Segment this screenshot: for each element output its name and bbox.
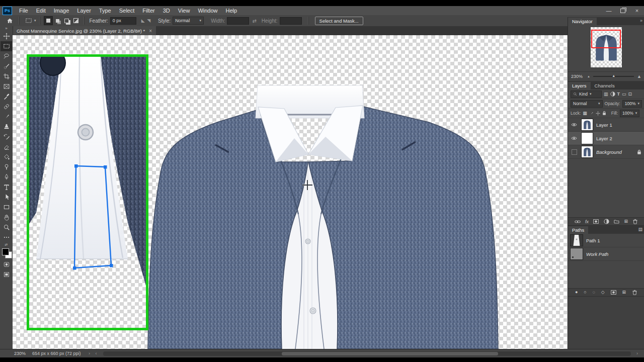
menu-help[interactable]: Help	[222, 6, 242, 15]
visibility-toggle[interactable]	[570, 121, 578, 129]
navigator-zoom-value[interactable]: 230%	[571, 74, 584, 79]
scroll-right-arrow[interactable]: ›	[636, 351, 638, 356]
intersect-selection-mode[interactable]	[72, 17, 80, 25]
menu-image[interactable]: Image	[50, 6, 73, 15]
tool-rectangular-marquee[interactable]	[1, 41, 12, 51]
menu-edit[interactable]: Edit	[32, 6, 50, 15]
lock-position-icon[interactable]	[596, 111, 600, 116]
screen-mode-button[interactable]	[1, 269, 12, 280]
menu-view[interactable]: View	[174, 6, 194, 15]
swap-colors-icon[interactable]: ⇄	[5, 242, 8, 247]
swap-dimensions-button[interactable]: ⇄	[252, 18, 256, 24]
filter-smart-objects-icon[interactable]: ⊡	[628, 92, 632, 97]
feather-input[interactable]: 0 px	[110, 17, 136, 25]
navigator-view-box[interactable]	[591, 30, 621, 48]
layer-row-background[interactable]: Background	[568, 145, 644, 159]
marquee-tool-preset[interactable]	[23, 16, 34, 26]
filter-adjustment-layers-icon[interactable]	[610, 92, 615, 97]
tool-pen[interactable]	[1, 172, 12, 182]
path-thumbnail[interactable]	[570, 234, 583, 246]
restore-button[interactable]	[616, 6, 630, 15]
lock-all-icon[interactable]	[602, 111, 606, 116]
add-layer-mask-icon[interactable]	[593, 219, 599, 224]
width-input[interactable]	[227, 17, 249, 25]
new-layer-icon[interactable]: ⊞	[624, 219, 628, 224]
collapse-panels-icon[interactable]: »	[640, 18, 642, 23]
path-row-work-path[interactable]: Work Path	[568, 247, 644, 261]
select-and-mask-button[interactable]: Select and Mask...	[315, 17, 363, 25]
navigator-zoom-slider[interactable]: ▲	[593, 76, 634, 77]
minimize-button[interactable]: —	[602, 6, 616, 15]
tool-hand[interactable]	[1, 212, 12, 222]
layer-name[interactable]: Layer 2	[596, 136, 642, 141]
path-row-1[interactable]: Path 1	[568, 234, 644, 247]
tool-crop[interactable]	[1, 71, 12, 81]
zoom-in-mountains-icon[interactable]: ▲	[637, 74, 641, 79]
path-name[interactable]: Path 1	[586, 238, 642, 243]
link-layers-icon[interactable]	[575, 220, 581, 224]
tool-move[interactable]	[1, 31, 12, 41]
opacity-select[interactable]: 100% ▾	[622, 100, 642, 108]
lock-pixels-icon[interactable]	[589, 111, 594, 116]
layer-thumbnail[interactable]	[581, 146, 593, 158]
layer-row-2[interactable]: Layer 2	[568, 132, 644, 145]
style-select[interactable]: Normal▾	[173, 17, 204, 25]
subtract-selection-mode[interactable]	[63, 17, 71, 25]
layer-row-1[interactable]: Layer 1	[568, 118, 644, 132]
quick-mask-button[interactable]	[1, 259, 12, 269]
close-tab-icon[interactable]: ×	[149, 28, 152, 34]
layer-thumbnail[interactable]	[581, 132, 593, 144]
new-group-icon[interactable]	[614, 219, 619, 224]
tool-frame[interactable]	[1, 81, 12, 92]
make-work-path-icon[interactable]: ◇	[601, 290, 605, 295]
tool-eraser[interactable]	[1, 142, 12, 152]
foreground-color-swatch[interactable]	[2, 248, 9, 255]
filter-shape-layers-icon[interactable]: ▭	[622, 92, 626, 97]
tool-paint-bucket[interactable]	[1, 152, 12, 162]
new-adjustment-layer-icon[interactable]	[604, 219, 609, 224]
delete-layer-icon[interactable]	[632, 219, 638, 224]
filter-type-layers-icon[interactable]: T	[617, 92, 620, 97]
menu-file[interactable]: File	[15, 6, 32, 15]
scrollbar-thumb[interactable]	[282, 352, 498, 355]
toolbar-collapse-icon[interactable]: »	[5, 26, 7, 31]
photoshop-logo[interactable]: Ps	[3, 7, 12, 15]
lock-transparency-icon[interactable]: ▦	[583, 111, 587, 116]
layer-thumbnail[interactable]	[581, 119, 593, 131]
path-name[interactable]: Work Path	[586, 251, 642, 257]
fill-path-icon[interactable]: ●	[575, 290, 578, 295]
tool-zoom[interactable]	[1, 222, 12, 232]
document-canvas[interactable]	[13, 35, 568, 349]
fill-select[interactable]: 100% ▾	[620, 110, 639, 117]
blend-mode-select[interactable]: Normal ▾	[571, 100, 603, 108]
horizontal-scrollbar[interactable]	[103, 351, 631, 356]
tool-quick-selection[interactable]	[1, 61, 12, 71]
home-button[interactable]	[4, 16, 16, 26]
edit-toolbar-button[interactable]	[1, 232, 12, 242]
tool-history-brush[interactable]	[1, 132, 12, 142]
status-arrows[interactable]: › ‹	[89, 351, 99, 356]
filter-pixel-layers-icon[interactable]: ▥	[604, 92, 608, 97]
tool-dodge[interactable]	[1, 162, 12, 172]
tab-paths[interactable]: Paths	[568, 226, 588, 234]
navigator-thumbnail[interactable]	[591, 27, 622, 67]
path-mask-icon[interactable]	[611, 290, 616, 295]
menu-layer[interactable]: Layer	[73, 6, 95, 15]
visibility-toggle[interactable]	[570, 148, 578, 156]
menu-window[interactable]: Window	[194, 6, 221, 15]
tool-spot-healing-brush[interactable]	[1, 102, 12, 112]
add-to-selection-mode[interactable]	[54, 17, 62, 25]
zoom-out-mountains-icon[interactable]: ▲	[587, 75, 590, 78]
tool-rectangle[interactable]	[1, 202, 12, 212]
tab-channels[interactable]: Channels	[591, 82, 619, 89]
tab-navigator[interactable]: Navigator	[568, 18, 597, 25]
chevron-down-icon[interactable]: ▾	[34, 19, 36, 23]
menu-select[interactable]: Select	[115, 6, 139, 15]
new-path-icon[interactable]: ⊞	[622, 290, 626, 295]
slider-thumb[interactable]: ▲	[612, 74, 615, 77]
layer-name[interactable]: Background	[596, 149, 634, 155]
tool-eyedropper[interactable]	[1, 92, 12, 102]
visibility-toggle[interactable]	[570, 134, 578, 142]
anti-alias-icon[interactable]: ◣ ◥	[141, 18, 151, 23]
tab-layers[interactable]: Layers	[568, 82, 591, 89]
